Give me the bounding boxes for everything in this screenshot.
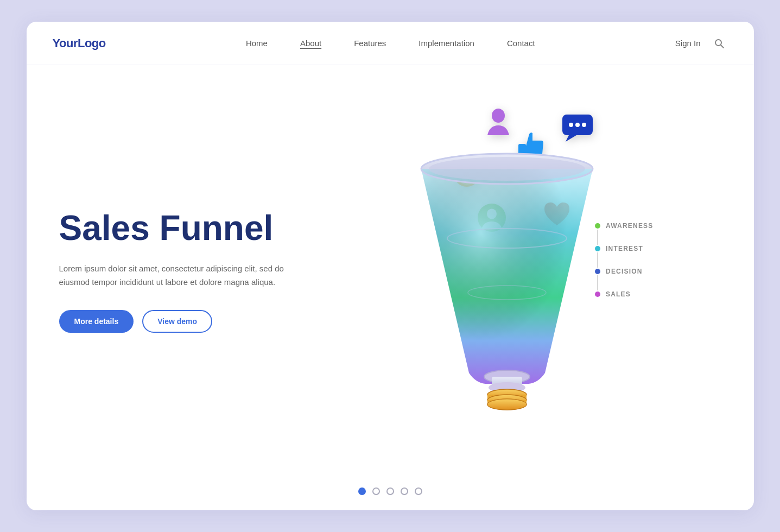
pagination-dot-2[interactable]	[372, 487, 380, 495]
search-button[interactable]	[711, 35, 728, 52]
pagination	[27, 477, 754, 510]
svg-point-6	[569, 123, 573, 127]
button-group: More details View demo	[59, 310, 293, 333]
decision-label: DECISION	[606, 268, 643, 275]
right-section: AWARENESS INTEREST DECISION	[293, 65, 721, 477]
nav-right: Sign In	[675, 35, 728, 52]
funnel-wrapper: AWARENESS INTEREST DECISION	[377, 97, 637, 445]
sales-dot	[595, 292, 600, 297]
left-section: Sales Funnel Lorem ipsum dolor sit amet,…	[59, 209, 293, 333]
connector-2	[597, 252, 598, 268]
logo: YourLogo	[53, 36, 106, 50]
main-content: Sales Funnel Lorem ipsum dolor sit amet,…	[27, 65, 754, 477]
pagination-dot-1[interactable]	[358, 487, 366, 495]
stage-item-sales: SALES	[595, 290, 653, 298]
funnel-svg	[415, 130, 599, 417]
signin-link[interactable]: Sign In	[675, 39, 701, 48]
page-description: Lorem ipsum dolor sit amet, consectetur …	[59, 262, 293, 289]
view-demo-button[interactable]: View demo	[142, 310, 212, 333]
navbar: YourLogo Home About Features Implementat…	[27, 22, 754, 65]
sales-label: SALES	[606, 290, 631, 298]
svg-point-7	[575, 123, 580, 127]
stage-item-interest: INTEREST	[595, 245, 653, 252]
nav-item-about[interactable]: About	[300, 39, 321, 48]
more-details-button[interactable]: More details	[59, 310, 134, 333]
interest-label: INTEREST	[606, 245, 643, 252]
interest-dot	[595, 246, 600, 251]
stage-labels: AWARENESS INTEREST DECISION	[595, 222, 653, 298]
svg-point-8	[582, 123, 586, 127]
page-title: Sales Funnel	[59, 209, 293, 247]
svg-point-28	[429, 157, 585, 181]
nav-item-features[interactable]: Features	[354, 39, 386, 48]
nav-item-home[interactable]: Home	[246, 39, 268, 48]
nav-item-contact[interactable]: Contact	[507, 39, 535, 48]
connector-3	[597, 275, 598, 290]
pagination-dot-5[interactable]	[415, 487, 422, 495]
awareness-label: AWARENESS	[606, 222, 653, 230]
pagination-dot-3[interactable]	[386, 487, 394, 495]
connector-1	[597, 230, 598, 245]
svg-line-1	[721, 45, 724, 48]
awareness-dot	[595, 223, 600, 229]
browser-window: YourLogo Home About Features Implementat…	[27, 22, 754, 510]
pagination-dot-4[interactable]	[401, 487, 408, 495]
stage-item-decision: DECISION	[595, 268, 653, 275]
svg-point-2	[492, 109, 505, 123]
svg-point-27	[487, 399, 527, 410]
decision-dot	[595, 269, 600, 274]
nav-links: Home About Features Implementation Conta…	[246, 39, 535, 48]
nav-item-implementation[interactable]: Implementation	[418, 39, 474, 48]
stage-item-awareness: AWARENESS	[595, 222, 653, 230]
